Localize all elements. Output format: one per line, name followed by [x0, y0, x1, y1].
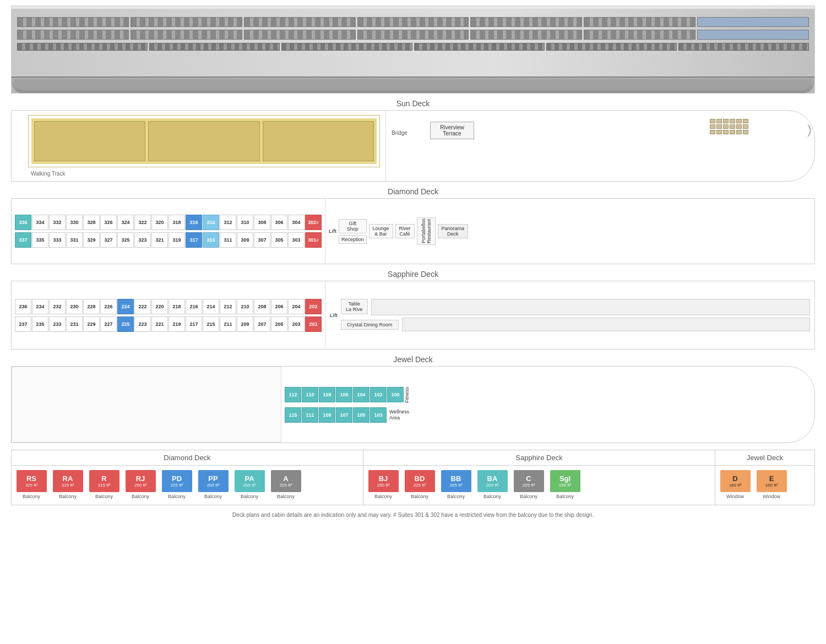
legend-rs: RS325 ft² Balcony [15, 470, 48, 500]
jewel-lower-row: 115 111 109 107 105 103 Wellness Area [285, 407, 412, 423]
cabin-332: 332 [49, 215, 66, 230]
cabin-207: 207 [254, 316, 270, 332]
diamond-deck-title: Diamond Deck [11, 187, 815, 196]
legend-bj-badge: BJ250 ft² [368, 470, 399, 492]
legend-bb-type: Balcony [447, 494, 465, 500]
cabin-316: 316 [186, 215, 202, 230]
cabin-325: 325 [117, 232, 134, 248]
cabin-335: 335 [32, 232, 48, 248]
legend-e-type: Window [763, 494, 780, 500]
cabin-111: 111 [302, 407, 318, 423]
cabin-310: 310 [237, 215, 253, 230]
cabin-208: 208 [254, 299, 270, 314]
legend-bb-badge: BB205 ft² [441, 470, 471, 492]
cabin-306: 306 [271, 215, 287, 230]
legend-pa-type: Balcony [241, 494, 258, 500]
cabin-235: 235 [32, 316, 48, 332]
cabin-337: 337 [15, 232, 31, 248]
cabin-330: 330 [66, 215, 83, 230]
cabin-319: 319 [169, 232, 185, 248]
legend-bd: BD225 ft² Balcony [403, 470, 436, 500]
cabin-237: 237 [15, 316, 31, 332]
cabin-228: 228 [83, 299, 100, 314]
legend-rj-badge: RJ250 ft² [126, 470, 156, 492]
legend-ra-badge: RA315 ft² [53, 470, 83, 492]
cabin-323: 323 [134, 232, 151, 248]
bridge-label: Bridge [392, 130, 407, 136]
legend-r: R315 ft² Balcony [88, 470, 121, 500]
sapphire-lift-label: Lift [330, 313, 338, 318]
river-cafe-box: RiverCafé [395, 224, 415, 238]
cabin-327: 327 [100, 232, 117, 248]
cabin-308: 308 [254, 215, 270, 230]
diamond-deck: 336 334 332 330 328 326 324 322 320 318 … [11, 198, 815, 264]
cabin-201: 201 [305, 316, 322, 332]
sapphire-upper-row: 236 234 232 230 228 226 224 222 220 218 … [15, 299, 322, 314]
reception-box: Reception [339, 235, 367, 244]
cabin-227: 227 [100, 316, 117, 332]
cabin-311: 311 [220, 232, 236, 248]
cabin-336: 336 [15, 215, 31, 230]
cabin-212: 212 [220, 299, 236, 314]
cabin-301: 301# [305, 232, 322, 248]
legend-r-type: Balcony [95, 494, 113, 500]
cabin-328: 328 [83, 215, 100, 230]
cabin-108: 108 [319, 387, 335, 402]
cabin-202: 202 [305, 299, 322, 314]
legend-sapphire-items: BJ250 ft² Balcony BD225 ft² Balcony BB20… [363, 466, 715, 505]
diamond-lower-row: 337 335 333 331 329 327 325 323 321 319 … [15, 232, 322, 248]
cabin-219: 219 [169, 316, 185, 332]
wellness-label: Wellness Area [387, 409, 409, 421]
cabin-305: 305 [271, 232, 287, 248]
legend-ba-badge: BA205 ft² [477, 470, 508, 492]
legend-sapphire-header: Sapphire Deck [363, 450, 715, 465]
legend-jewel-items: D160 ft² Window E160 ft² Window [715, 466, 814, 505]
cabin-321: 321 [151, 232, 168, 248]
ship-image [11, 6, 815, 94]
cabin-221: 221 [151, 316, 168, 332]
cabin-216: 216 [186, 299, 202, 314]
portabellos-box: Portabellos Restaurant [417, 217, 436, 245]
diamond-lift-label: Lift [329, 228, 336, 234]
jewel-upper-row: 112 110 108 106 104 102 100 Fitness [285, 386, 412, 403]
cabin-217: 217 [186, 316, 202, 332]
gift-shop-box: GiftShop [339, 219, 367, 233]
footnote: Deck plans and cabin details are an indi… [11, 510, 815, 520]
cabin-320: 320 [151, 215, 168, 230]
legend-pp-type: Balcony [204, 494, 222, 500]
legend-c-badge: C205 ft² [514, 470, 544, 492]
legend-bj: BJ250 ft² Balcony [367, 470, 400, 500]
legend-rs-type: Balcony [23, 494, 40, 500]
cabin-334: 334 [32, 215, 48, 230]
legend-d-type: Window [726, 494, 744, 500]
cabin-102: 102 [370, 387, 387, 402]
jewel-deck: 112 110 108 106 104 102 100 Fitness 115 … [11, 366, 815, 443]
legend-a-badge: A205 ft² [271, 470, 301, 492]
lounge-bar-box: Lounge& Bar [369, 224, 393, 238]
legend-ba-type: Balcony [483, 494, 501, 500]
cabin-231: 231 [66, 316, 83, 332]
page: Sun Deck Walking Track [0, 0, 826, 644]
cabin-218: 218 [169, 299, 185, 314]
cabin-204: 204 [288, 299, 305, 314]
cabin-302: 302# [305, 215, 322, 230]
legend-sgl: Sgl150 ft² Balcony [548, 470, 582, 500]
legend-c-type: Balcony [520, 494, 537, 500]
cabin-229: 229 [83, 316, 100, 332]
legend-pp-badge: PP205 ft² [198, 470, 229, 492]
cabin-307: 307 [254, 232, 270, 248]
cabin-230: 230 [66, 299, 83, 314]
diamond-upper-row: 336 334 332 330 328 326 324 322 320 318 … [15, 215, 322, 230]
cabin-326: 326 [100, 215, 117, 230]
cabin-333: 333 [49, 232, 66, 248]
cabin-226: 226 [100, 299, 117, 314]
cabin-209: 209 [237, 316, 253, 332]
cabin-104: 104 [353, 387, 369, 402]
legend-bd-type: Balcony [411, 494, 428, 500]
legend-rj-type: Balcony [132, 494, 149, 500]
legend-pd-type: Balcony [168, 494, 186, 500]
cabin-331: 331 [66, 232, 83, 248]
cabin-224: 224 [117, 299, 134, 314]
legend-a-type: Balcony [277, 494, 295, 500]
cabin-222: 222 [134, 299, 151, 314]
